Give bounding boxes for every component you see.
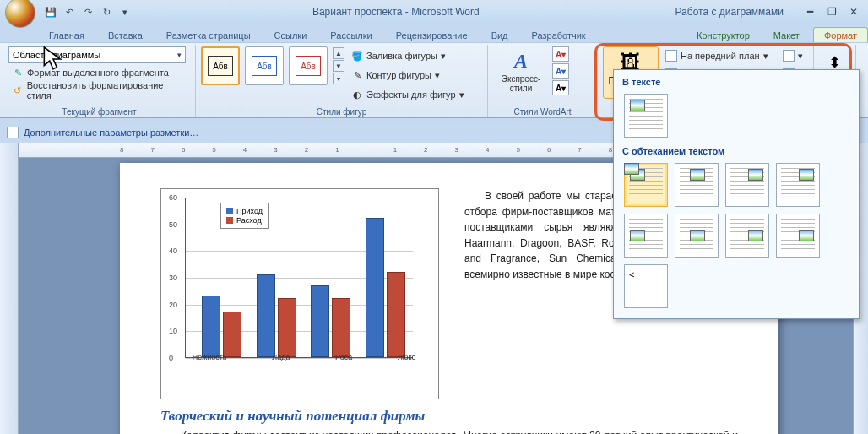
tab-view[interactable]: Вид xyxy=(481,28,518,42)
tab-insert[interactable]: Вставка xyxy=(98,28,153,42)
reset-style-button[interactable]: ↺Восстановить форматирование стиля xyxy=(8,82,190,99)
chart-legend: ПриходРасход xyxy=(220,203,269,229)
position-middle-left[interactable] xyxy=(624,214,668,258)
vertical-ruler xyxy=(0,143,19,434)
position-top-right[interactable] xyxy=(725,163,769,207)
position-middle-center[interactable] xyxy=(675,214,719,258)
position-top-right-2[interactable] xyxy=(776,163,820,207)
popup-heading-inline: В тексте xyxy=(616,73,857,89)
close-button[interactable]: ✕ xyxy=(844,4,863,19)
text-fill-button[interactable]: A▾ xyxy=(552,46,569,62)
text-outline-button[interactable]: A▾ xyxy=(552,63,569,79)
tab-developer[interactable]: Разработчик xyxy=(522,28,596,42)
minimize-button[interactable]: ━ xyxy=(800,4,819,19)
tab-mailings[interactable]: Рассылки xyxy=(320,28,382,42)
tab-layout[interactable]: Разметка страницы xyxy=(156,28,261,42)
qat-undo-icon[interactable]: ↶ xyxy=(61,3,78,20)
format-selection-button[interactable]: ✎Формат выделенного фрагмента xyxy=(8,64,190,81)
qat-save-icon[interactable]: 💾 xyxy=(42,3,59,20)
tab-chartlayout[interactable]: Макет xyxy=(763,28,810,42)
position-dropdown: В тексте С обтеканием текстом < xyxy=(613,69,860,319)
position-bottom-left[interactable]: < xyxy=(624,264,668,308)
shape-effects-button[interactable]: ◐Эффекты для фигур ▾ xyxy=(348,85,468,104)
restore-button[interactable]: ❐ xyxy=(822,4,841,19)
group-title-shapestyles: Стили фигур xyxy=(196,107,487,117)
shape-style-3[interactable]: Абв xyxy=(289,46,328,85)
context-tab-title: Работа с диаграммами xyxy=(659,6,801,18)
qat-repeat-icon[interactable]: ↻ xyxy=(98,3,115,20)
tab-review[interactable]: Рецензирование xyxy=(386,28,478,42)
chart-element-combo[interactable]: Область диаграммы xyxy=(8,46,186,63)
wordart-quickstyles-button[interactable]: A Экспресс-стили xyxy=(493,46,549,96)
position-inline[interactable] xyxy=(624,94,668,138)
window-title: Вариант проспекта - Microsoft Word xyxy=(133,6,659,18)
qat-dropdown-icon[interactable]: ▾ xyxy=(117,3,133,20)
position-middle-right[interactable] xyxy=(725,214,769,258)
effects-icon: ◐ xyxy=(351,89,363,100)
embedded-chart[interactable]: 0102030405060 НежностьЛадаРосаЛюкс Прихо… xyxy=(160,188,439,399)
body-paragraph-2: Коллектив фирмы состоит из настоящих про… xyxy=(160,428,738,434)
position-top-center[interactable] xyxy=(675,163,719,207)
popup-heading-wrap: С обтеканием текстом xyxy=(616,143,857,158)
tab-format[interactable]: Формат xyxy=(813,27,868,42)
qat-redo-icon[interactable]: ↷ xyxy=(79,3,96,20)
text-effects-button[interactable]: A▾ xyxy=(552,80,569,95)
reset-icon: ↺ xyxy=(12,84,24,96)
shape-style-2[interactable]: Абв xyxy=(245,46,284,85)
tab-design[interactable]: Конструктор xyxy=(686,28,760,42)
group-title-current: Текущий фрагмент xyxy=(3,107,195,117)
paint-bucket-icon: 🪣 xyxy=(351,50,363,62)
wordart-a-icon: A xyxy=(514,50,528,73)
align-button[interactable]: ▾ xyxy=(779,46,806,65)
dialog-icon xyxy=(7,127,19,138)
pen-icon: ✎ xyxy=(351,69,363,81)
shape-gallery-scroll[interactable]: ▲▼▾ xyxy=(333,47,344,84)
pencil-icon: ✎ xyxy=(12,67,24,79)
tab-references[interactable]: Ссылки xyxy=(264,28,317,42)
bring-front-button[interactable]: На передний план ▾ xyxy=(662,46,776,65)
front-icon xyxy=(665,50,677,62)
shape-fill-button[interactable]: 🪣Заливка фигуры ▾ xyxy=(348,46,468,65)
shape-style-1[interactable]: Абв xyxy=(201,46,240,85)
group-title-wordart: Стили WordArt xyxy=(488,107,597,117)
tab-home[interactable]: Главная xyxy=(39,28,95,42)
position-middle-right-2[interactable] xyxy=(776,214,820,258)
align-icon xyxy=(783,50,795,62)
section-heading: Творческий и научный потенциал фирмы xyxy=(160,408,738,425)
shape-outline-button[interactable]: ✎Контур фигуры ▾ xyxy=(348,66,468,84)
